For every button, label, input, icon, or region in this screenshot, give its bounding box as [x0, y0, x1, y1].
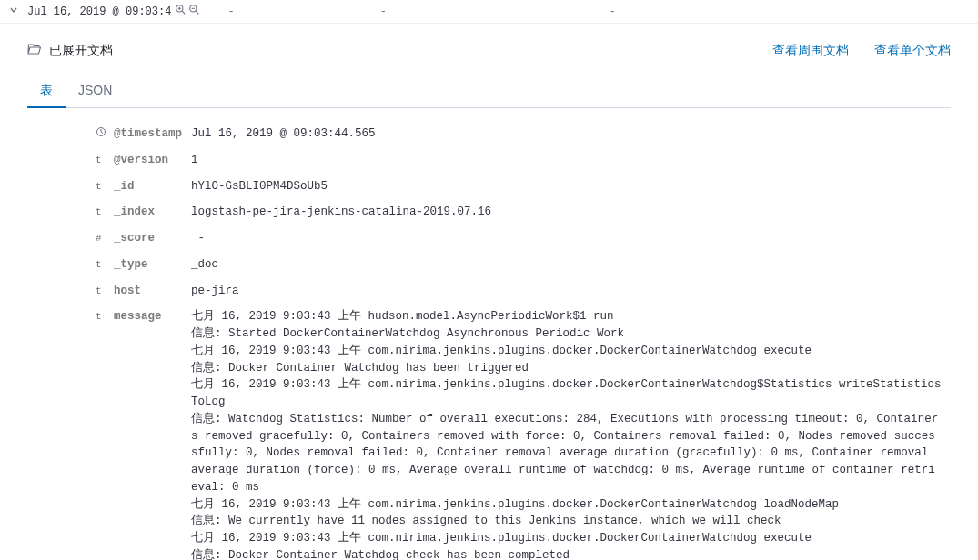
field-value: pe-jira — [191, 283, 942, 300]
view-surrounding-link[interactable]: 查看周围文档 — [772, 43, 849, 59]
field-row: tmessage七月 16, 2019 9:03:43 上午 hudson.mo… — [96, 304, 942, 560]
field-name: @version — [114, 152, 191, 169]
document-fields-table: @timestampJul 16, 2019 @ 09:03:44.565t@v… — [27, 121, 951, 560]
field-name: message — [114, 308, 191, 560]
tab-table[interactable]: 表 — [27, 75, 66, 108]
text-type-icon: t — [96, 178, 114, 195]
text-type-icon: t — [96, 152, 114, 169]
field-value: _doc — [191, 256, 942, 274]
field-name: _score — [114, 230, 191, 247]
field-name: @timestamp — [114, 125, 191, 143]
field-value: 七月 16, 2019 9:03:43 上午 hudson.model.Asyn… — [191, 308, 942, 560]
field-value: Jul 16, 2019 @ 09:03:44.565 — [191, 125, 942, 143]
clock-icon — [96, 125, 114, 143]
view-tabs: 表 JSON — [27, 75, 951, 108]
view-single-link[interactable]: 查看单个文档 — [874, 43, 951, 59]
field-name: host — [114, 283, 191, 300]
field-value: hYlO-GsBLI0PM4DSoUb5 — [191, 178, 942, 195]
svg-line-5 — [197, 11, 199, 14]
column-placeholder: - — [380, 5, 387, 18]
field-value: - — [191, 230, 942, 247]
field-row: t@version1 — [96, 147, 942, 174]
field-row: t_indexlogstash-pe-jira-jenkins-catalina… — [96, 199, 942, 225]
number-type-icon: # — [96, 230, 114, 247]
field-value: 1 — [191, 152, 942, 169]
text-type-icon: t — [96, 204, 114, 221]
text-type-icon: t — [96, 283, 114, 300]
log-summary-row: Jul 16, 2019 @ 09:03:4 - - - — [0, 0, 978, 24]
text-type-icon: t — [96, 308, 114, 560]
text-type-icon: t — [96, 256, 114, 274]
panel-title: 已展开文档 — [27, 42, 113, 59]
column-placeholder: - — [227, 5, 234, 18]
column-placeholder: - — [610, 5, 616, 18]
field-name: _id — [114, 178, 191, 195]
panel-title-text: 已展开文档 — [49, 43, 113, 59]
expanded-document-panel: 已展开文档 查看周围文档 查看单个文档 表 JSON @timestampJul… — [0, 24, 978, 560]
field-row: @timestampJul 16, 2019 @ 09:03:44.565 — [96, 121, 942, 147]
svg-line-1 — [183, 11, 186, 14]
row-timestamp: Jul 16, 2019 @ 09:03:4 — [27, 5, 171, 18]
tab-json[interactable]: JSON — [66, 75, 125, 107]
field-row: t_type_doc — [96, 252, 942, 278]
field-name: _index — [114, 204, 191, 221]
field-value: logstash-pe-jira-jenkins-catalina-2019.0… — [191, 204, 942, 221]
zoom-out-icon[interactable] — [188, 4, 200, 19]
field-row: thostpe-jira — [96, 278, 942, 305]
expand-toggle-icon[interactable] — [9, 5, 18, 18]
field-row: #_score - — [96, 225, 942, 252]
zoom-in-icon[interactable] — [175, 4, 187, 19]
folder-open-icon — [27, 42, 42, 59]
field-name: _type — [114, 256, 191, 274]
field-row: t_idhYlO-GsBLI0PM4DSoUb5 — [96, 174, 942, 200]
